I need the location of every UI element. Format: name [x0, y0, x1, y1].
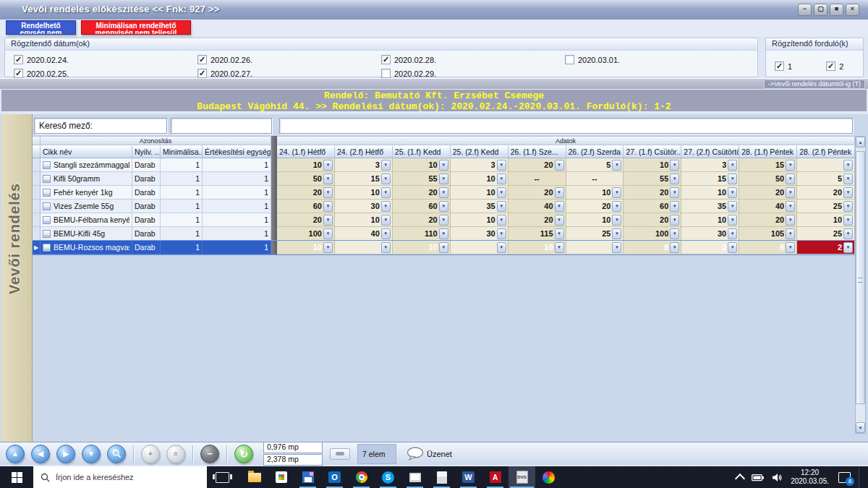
round-checkbox[interactable]: ✓2 [826, 59, 843, 73]
column-header[interactable]: 24. (2.f) Hétfő [335, 145, 393, 158]
row-selector[interactable] [33, 158, 41, 172]
cell-quantity[interactable]: 10▼ [681, 186, 739, 200]
table-row[interactable]: ▶BEMU-Rozsos magvas vek...Darab1110▼▼10▼… [33, 241, 855, 254]
cell-quantity[interactable]: 3▼ [681, 158, 739, 172]
restore-button[interactable]: ▢ [814, 4, 827, 16]
dropdown-button[interactable]: ▼ [439, 242, 448, 253]
column-header[interactable]: 28. (1.f) Péntek [739, 145, 797, 158]
cell-sales-unit[interactable]: 1 [203, 200, 271, 213]
cell-product-name[interactable]: Stangli szezámmaggal sz... [41, 158, 132, 172]
dropdown-button[interactable]: ▼ [555, 242, 564, 253]
cell-quantity[interactable]: 60▼ [624, 200, 681, 213]
dropdown-button[interactable]: ▼ [728, 174, 737, 184]
cell-unit[interactable]: Darab [132, 227, 161, 241]
close-button[interactable]: × [846, 4, 859, 16]
cell-quantity[interactable]: -- [509, 172, 566, 186]
dropdown-button[interactable]: ▼ [728, 201, 737, 212]
cell-quantity[interactable]: 10▼ [335, 213, 393, 227]
column-header[interactable]: 27. (2.f) Csütörtök [681, 145, 739, 158]
row-selector[interactable] [33, 200, 41, 213]
date-checkbox[interactable]: ✓2020.02.28. [381, 53, 565, 67]
cell-min-quantity[interactable]: 1 [161, 227, 203, 241]
cell-quantity[interactable]: 10▼ [335, 186, 393, 200]
cell-quantity[interactable]: 20▼ [277, 186, 335, 200]
dropdown-button[interactable]: ▼ [323, 187, 333, 198]
maximize-button[interactable]: ■ [830, 4, 843, 16]
cell-min-quantity[interactable]: 1 [161, 172, 203, 186]
copy-button[interactable]: ≡ [166, 445, 185, 463]
column-header[interactable]: Nyilv. ... [132, 145, 161, 158]
cell-quantity[interactable]: ▼ [451, 241, 509, 254]
checkbox-checked-icon[interactable]: ✓ [14, 69, 23, 78]
cell-quantity[interactable]: 30▼ [681, 227, 739, 241]
dropdown-button[interactable]: ▼ [323, 215, 333, 226]
dropdown-button[interactable]: ▼ [497, 174, 506, 184]
dropdown-button[interactable]: ▼ [786, 160, 795, 171]
cell-quantity[interactable]: 20▼ [566, 200, 624, 213]
scrollbar-thumb[interactable] [856, 151, 865, 404]
cell-quantity[interactable]: 2▼ [797, 241, 855, 254]
dropdown-button[interactable]: ▼ [670, 174, 679, 184]
column-header[interactable]: 27. (1.f) Csütör... [624, 145, 681, 158]
min-quantity-alert-button[interactable]: Minimálisan rendelhető mennyiség nem tel… [81, 20, 191, 35]
round-checkbox[interactable]: ✓1 [775, 59, 792, 73]
dropdown-button[interactable]: ▼ [612, 187, 621, 198]
dropdown-button[interactable]: ▼ [670, 215, 679, 226]
cell-sales-unit[interactable]: 1 [203, 227, 271, 241]
cell-quantity[interactable]: 10▼ [451, 213, 509, 227]
chevron-up-icon[interactable] [735, 473, 745, 483]
dropdown-button[interactable]: ▼ [439, 187, 448, 198]
cell-quantity[interactable]: 15▼ [335, 172, 393, 186]
data-filter-input[interactable] [279, 118, 853, 134]
dropdown-button[interactable]: ▼ [843, 215, 853, 226]
table-row[interactable]: Fehér kenyér 1kgDarab1120▼10▼20▼10▼20▼10… [33, 186, 855, 200]
save-app-icon[interactable] [294, 466, 321, 488]
cell-quantity[interactable]: 15▼ [739, 158, 797, 172]
cell-product-name[interactable]: Vizes Zsemle 55g [41, 200, 132, 213]
cell-quantity[interactable]: 10▼ [393, 241, 451, 254]
cell-quantity[interactable]: 3▼ [335, 158, 393, 172]
scroll-down-button[interactable]: ▼ [856, 422, 865, 433]
dropdown-button[interactable]: ▼ [612, 242, 621, 253]
cell-quantity[interactable]: 10▼ [566, 186, 624, 200]
dropdown-button[interactable]: ▼ [670, 187, 679, 198]
cell-quantity[interactable]: 10▼ [451, 172, 509, 186]
cell-product-name[interactable]: BEMU-Kifli 45g [41, 227, 132, 241]
nav-up-button[interactable]: ▲ [6, 445, 25, 463]
dropdown-button[interactable]: ▼ [555, 160, 564, 171]
dropdown-button[interactable]: ▼ [728, 187, 737, 198]
checkbox-checked-icon[interactable]: ✓ [197, 55, 207, 64]
table-row[interactable]: Vizes Zsemle 55gDarab1160▼30▼60▼35▼40▼20… [33, 200, 855, 213]
dropdown-button[interactable]: ▼ [381, 242, 391, 253]
cell-quantity[interactable]: 105▼ [739, 227, 797, 241]
column-header[interactable]: Minimálisa... [161, 145, 203, 158]
panel-toggle-button[interactable] [330, 448, 350, 460]
title-bar[interactable]: Vevői rendelés előkészítése << Fnk: 927 … [0, 0, 868, 20]
dropdown-button[interactable]: ▼ [843, 201, 853, 212]
cell-quantity[interactable]: 40▼ [739, 200, 797, 213]
cell-quantity[interactable]: 60▼ [277, 200, 335, 213]
dropdown-button[interactable]: ▼ [728, 228, 737, 239]
table-row[interactable]: Stangli szezámmaggal sz...Darab1110▼3▼10… [33, 158, 855, 172]
cell-quantity[interactable]: 20▼ [509, 158, 566, 172]
cell-quantity[interactable]: 30▼ [451, 227, 509, 241]
cell-quantity[interactable]: 20▼ [624, 186, 681, 200]
notification-center-icon[interactable]: 8 [838, 472, 851, 483]
cell-unit[interactable]: Darab [132, 186, 161, 200]
cell-quantity[interactable]: 25▼ [797, 200, 855, 213]
dropdown-button[interactable]: ▼ [843, 174, 853, 184]
dropdown-button[interactable]: ▼ [439, 160, 448, 171]
cell-quantity[interactable]: ▼ [335, 241, 393, 254]
unit-alert-button[interactable]: Rendelhető egység nem teljesül [6, 20, 76, 35]
dropdown-button[interactable]: ▼ [843, 242, 853, 253]
cell-quantity[interactable]: 100▼ [277, 227, 335, 241]
cell-quantity[interactable]: 40▼ [509, 200, 566, 213]
cell-quantity[interactable]: 2▼ [681, 241, 739, 254]
dropdown-button[interactable]: ▼ [670, 160, 679, 171]
table-row[interactable]: Kifli 50grammDarab1150▼15▼55▼10▼----55▼1… [33, 172, 855, 186]
taskbar-clock[interactable]: 12:20 2020.03.05. [791, 468, 829, 486]
cell-quantity[interactable]: 10▼ [681, 213, 739, 227]
cell-quantity[interactable]: 10▼ [451, 186, 509, 200]
dropdown-button[interactable]: ▼ [497, 201, 506, 212]
column-header[interactable]: 28. (2.f) Péntek [797, 145, 855, 158]
